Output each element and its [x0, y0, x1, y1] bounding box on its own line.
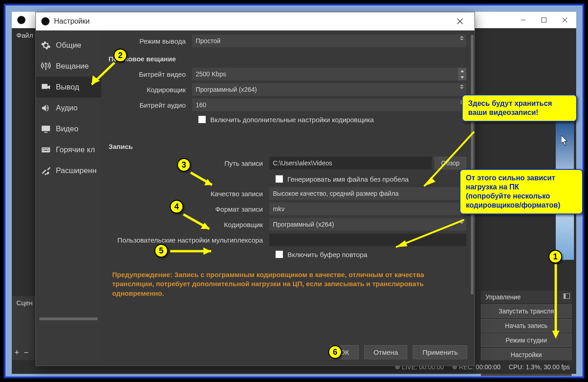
video-bitrate-label: Битрейт видео — [106, 70, 192, 78]
arrow-4 — [180, 211, 216, 233]
sidebar-label: Вывод — [56, 83, 79, 92]
gear-icon — [40, 40, 51, 51]
cpu-status: CPU: 1.3%, 30.00 fps — [509, 363, 570, 371]
audio-bitrate-select[interactable]: 160 — [192, 99, 466, 111]
badge-5: 5 — [154, 244, 168, 258]
badge-6: 6 — [328, 345, 342, 359]
obs-logo-icon — [41, 17, 49, 25]
maximize-button[interactable] — [534, 12, 554, 28]
streaming-section-title: Потоковое вещание — [106, 49, 466, 66]
output-form: Режим вывода Простой Потоковое вещание Б… — [106, 33, 466, 340]
dock-icon[interactable] — [563, 293, 570, 299]
outer-frame: Файл Сцен + − Управление Запустить транс… — [4, 4, 584, 378]
cancel-button[interactable]: Отмена — [364, 345, 408, 359]
recording-section-title: Запись — [106, 136, 466, 154]
svg-marker-14 — [552, 331, 559, 339]
rec-path-input[interactable]: C:\Users\alex\Videos — [269, 157, 432, 169]
adv-encoder-label: Включить дополнительные настройки кодиро… — [210, 116, 374, 124]
svg-rect-0 — [542, 18, 546, 22]
sidebar-item-audio[interactable]: Аудио — [36, 98, 101, 119]
settings-content: Режим вывода Простой Потоковое вещание Б… — [101, 30, 474, 366]
nospace-checkbox[interactable] — [276, 175, 283, 183]
menu-file[interactable]: Файл — [16, 31, 33, 39]
rec-format-select[interactable]: mkv — [269, 203, 466, 215]
minimize-button[interactable] — [513, 12, 534, 28]
nospace-label: Генерировать имя файла без пробела — [287, 175, 409, 183]
badge-2: 2 — [114, 49, 127, 62]
adv-encoder-checkbox[interactable] — [198, 116, 206, 123]
sidebar-label: Видео — [56, 124, 79, 134]
settings-button[interactable]: Настройки — [481, 348, 572, 362]
audio-bitrate-label: Битрейт аудио — [106, 101, 192, 109]
sidebar-label: Общие — [56, 41, 81, 50]
svg-marker-2 — [424, 177, 435, 186]
replay-buffer-checkbox[interactable] — [276, 251, 283, 258]
scenes-toolbar: + − — [15, 348, 29, 357]
svg-line-3 — [396, 220, 464, 247]
arrow-3 — [187, 169, 219, 189]
badge-1: 1 — [548, 250, 562, 263]
arrow-callout-bottom — [387, 215, 469, 252]
rec-quality-label: Качество записи — [106, 190, 269, 198]
output-mode-label: Режим вывода — [106, 37, 192, 45]
add-scene-button[interactable]: + — [15, 348, 20, 357]
badge-3: 3 — [177, 158, 191, 172]
video-bitrate-spinner[interactable]: 2500 Kbps — [192, 68, 466, 80]
replay-buffer-label: Включить буфер повтора — [287, 251, 367, 258]
badge-4: 4 — [170, 200, 183, 213]
sidebar-label: Расширенн — [56, 166, 97, 175]
callout-encoder: От этого сильно зависит нагрузка на ПК (… — [460, 169, 583, 214]
monitor-icon — [40, 124, 51, 134]
speaker-icon — [40, 103, 51, 114]
sidebar-scrollbar[interactable] — [40, 318, 98, 320]
output-mode-select[interactable]: Простой — [192, 35, 466, 47]
arrow-1 — [550, 262, 564, 343]
arrow-5 — [168, 246, 218, 256]
remove-scene-button[interactable]: − — [24, 348, 29, 357]
warning-text: Предупреждение: Запись с программным код… — [106, 261, 466, 298]
sidebar-item-general[interactable]: Общие — [36, 35, 101, 56]
muxer-label: Пользовательские настройки мультиплексор… — [106, 236, 269, 244]
sidebar-label: Аудио — [56, 104, 78, 113]
sidebar-label: Вещание — [56, 62, 89, 71]
stream-encoder-select[interactable]: Программный (x264) — [192, 83, 466, 96]
tools-icon — [40, 165, 51, 176]
svg-marker-4 — [396, 240, 407, 247]
arrow-2 — [86, 58, 118, 90]
dialog-close-button[interactable] — [451, 12, 469, 30]
close-button[interactable] — [554, 12, 575, 28]
dialog-title: Настройки — [54, 17, 89, 25]
sidebar-item-advanced[interactable]: Расширенн — [36, 160, 101, 181]
apply-button[interactable]: Применить — [413, 345, 467, 359]
dialog-titlebar: Настройки — [36, 12, 474, 30]
window-controls — [513, 12, 575, 28]
cursor-icon — [561, 135, 569, 146]
obs-logo-icon — [17, 16, 25, 24]
antenna-icon — [40, 61, 51, 72]
sidebar-label: Горячие кл — [56, 145, 95, 154]
svg-marker-12 — [203, 248, 211, 255]
sidebar-item-video[interactable]: Видео — [36, 119, 101, 139]
encoder-label: Кодировщик — [106, 86, 192, 94]
output-icon — [40, 82, 51, 93]
callout-storage: Здесь будут храниться ваши видеозаписи! — [462, 94, 577, 122]
dialog-buttons: ОК Отмена Применить — [330, 345, 467, 359]
keyboard-icon — [40, 144, 51, 155]
controls-header-label: Управление — [485, 293, 521, 301]
sidebar-item-hotkeys[interactable]: Горячие кл — [36, 139, 101, 160]
